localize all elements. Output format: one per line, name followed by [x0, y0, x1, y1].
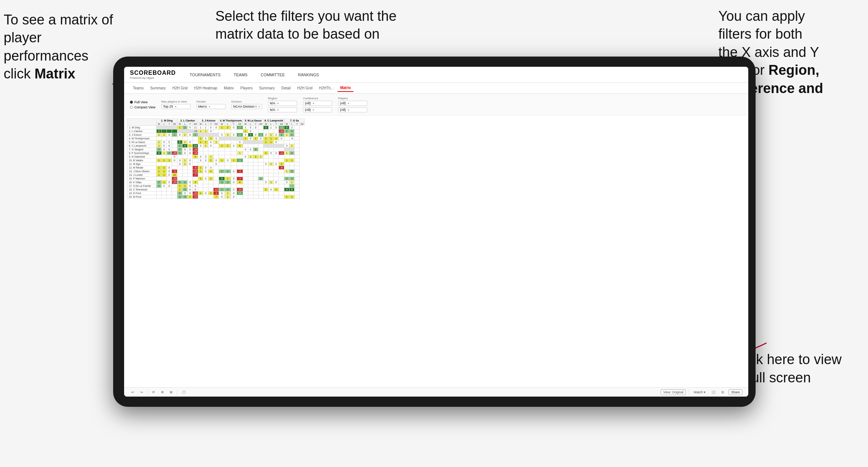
logo-area: SCOREBOARD Powered by clippd	[130, 70, 176, 80]
filter-conference-select2[interactable]: (All) ▼	[303, 107, 332, 112]
undo-button[interactable]: ↩	[130, 390, 136, 395]
nav-committee[interactable]: COMMITTEE	[258, 71, 287, 78]
subtab-matrix2[interactable]: Matrix	[337, 84, 354, 92]
nav-rankings[interactable]: RANKINGS	[296, 71, 321, 78]
subtab-players[interactable]: Players	[238, 85, 256, 92]
cell-8-0-3: 0	[172, 155, 177, 159]
cell-0-6-0: 0	[284, 126, 289, 130]
cell-10-2-2	[208, 162, 214, 166]
cell-4-3-0	[219, 140, 225, 144]
filter-gender-select[interactable]: Men's ▼	[196, 104, 226, 109]
nav-teams[interactable]: TEAMS	[231, 71, 250, 78]
cell-19-1-3: -11	[193, 195, 198, 199]
cell-3-1-3	[193, 137, 198, 140]
subtab-summary2[interactable]: Summary	[256, 85, 278, 92]
cell-4-6-0	[284, 140, 289, 144]
grid2-button[interactable]: ⊟	[720, 390, 726, 395]
subtab-detail[interactable]: Detail	[279, 85, 294, 92]
cell-8-5-2	[274, 155, 279, 159]
matrix-container[interactable]: 1. W Ding2. L Clanton3. J Koivun4. M Tho…	[124, 116, 748, 387]
nav-tournaments[interactable]: TOURNAMENTS	[188, 71, 223, 78]
cell-9-4-0	[243, 159, 248, 162]
cell-1-3-1	[225, 130, 231, 133]
cell-9-2-0: 0	[198, 159, 203, 162]
cell-6-2-1	[203, 148, 208, 151]
filter-conference-select1[interactable]: (All) ▼	[303, 101, 332, 106]
row-label-8: 9. N Gabrelcik	[127, 155, 157, 159]
cell-15-5-2: 0	[274, 181, 279, 184]
redo-button[interactable]: ↪	[139, 390, 145, 395]
cell-3-5-0: 1	[264, 137, 269, 140]
cell-4-2-3: 1	[214, 140, 219, 144]
cell-0-5-0: 0	[264, 126, 269, 130]
cell-9-5-2	[274, 159, 279, 162]
refresh-button[interactable]: ⟳	[151, 390, 157, 395]
subtab-teams[interactable]: Teams	[130, 85, 146, 92]
cell-0-2-0: 1	[198, 126, 203, 130]
cell-13-4-0	[243, 173, 248, 177]
col-header-3: 4. M Thorbjornsen	[219, 119, 243, 123]
screen-button[interactable]: ⬜	[710, 390, 717, 395]
filter-maxplayers-select[interactable]: Top 25 ▼	[161, 104, 191, 109]
grid-button[interactable]: ⊞	[168, 390, 174, 395]
subtab-h2hheatmap[interactable]: H2H Heatmap	[191, 85, 220, 92]
cell-14-5-0	[264, 177, 269, 181]
cell-17-6-1: 5	[289, 188, 295, 192]
cell-11-1-3: -6	[193, 166, 198, 170]
cell-11-6-1	[289, 166, 295, 170]
cell-7-5-1: 0	[269, 151, 274, 155]
filter-players-select2[interactable]: (All) ▼	[338, 107, 367, 112]
cell-2-3-2: 0	[231, 133, 237, 137]
cell-2-0-2: 0	[167, 133, 172, 137]
cell-19-6-2	[295, 195, 300, 199]
cell-0-3-1: 2	[225, 126, 231, 130]
cell-1-2-3	[214, 130, 219, 133]
cell-11-2-3	[214, 166, 219, 170]
cell-9-2-2: 1	[208, 159, 214, 162]
cell-16-1-0: 1	[177, 184, 183, 188]
cell-19-6-1: 1	[289, 195, 295, 199]
cell-9-0-3: 0	[172, 159, 177, 162]
cell-7-3-1	[225, 151, 231, 155]
cell-18-5-3	[279, 192, 284, 195]
filter-players-select1[interactable]: (All) ▼	[338, 101, 367, 106]
subtab-h2hgrid2[interactable]: H2H Grid	[294, 85, 315, 92]
filter-region-select1[interactable]: N/A ▼	[268, 101, 297, 106]
subtab-h2hth[interactable]: H2HTh...	[316, 85, 337, 92]
cell-14-4-2	[253, 177, 258, 181]
cell-6-0-1: 0	[162, 148, 167, 151]
row-label-5: 6. C Lamprecht	[127, 144, 157, 148]
radio-compactview[interactable]: Compact View	[130, 105, 155, 109]
chevron-down-icon5: ▼	[277, 109, 279, 111]
subtab-h2hgrid[interactable]: H2H Grid	[169, 85, 191, 92]
view-radio-group: Full View Compact View	[130, 100, 155, 109]
cell-10-1-3	[193, 162, 198, 166]
cell-8-2-3	[214, 155, 219, 159]
cell-1-3-0	[219, 130, 225, 133]
subtab-summary1[interactable]: Summary	[147, 85, 169, 92]
cell-6-1-0: 2	[177, 148, 183, 151]
cell-15-0-0: 2	[157, 181, 162, 184]
share-button[interactable]: Share	[729, 389, 742, 395]
subtab-matrix1[interactable]: Matrix	[221, 85, 237, 92]
view-original-button[interactable]: View: Original	[661, 389, 686, 395]
cell-11-3-3	[237, 166, 243, 170]
watch-button[interactable]: Watch ▾	[692, 390, 707, 395]
cell-16-2-3	[214, 184, 219, 188]
settings-button[interactable]: ⚙	[160, 390, 165, 395]
radio-fullview[interactable]: Full View	[130, 100, 155, 104]
cell-8-5-3	[279, 155, 284, 159]
filter-division-select[interactable]: NCAA Division I ▼	[231, 104, 262, 109]
cell-19-6-0: 1	[284, 195, 289, 199]
cell-16-6-0	[284, 184, 289, 188]
cell-10-3-0	[219, 162, 225, 166]
cell-13-2-3	[214, 173, 219, 177]
cell-10-3-1	[225, 162, 231, 166]
clock-button[interactable]: 🕐	[180, 390, 187, 395]
table-row: 5. M La Sasso10061011010110	[127, 140, 305, 144]
filter-region-select2[interactable]: N/A ▼	[268, 107, 297, 112]
cell-2-0-0: 1	[157, 133, 162, 137]
cell-7-0-3: -45	[172, 151, 177, 155]
cell-17-2-2	[208, 188, 214, 192]
cell-11-6-2	[295, 166, 300, 170]
